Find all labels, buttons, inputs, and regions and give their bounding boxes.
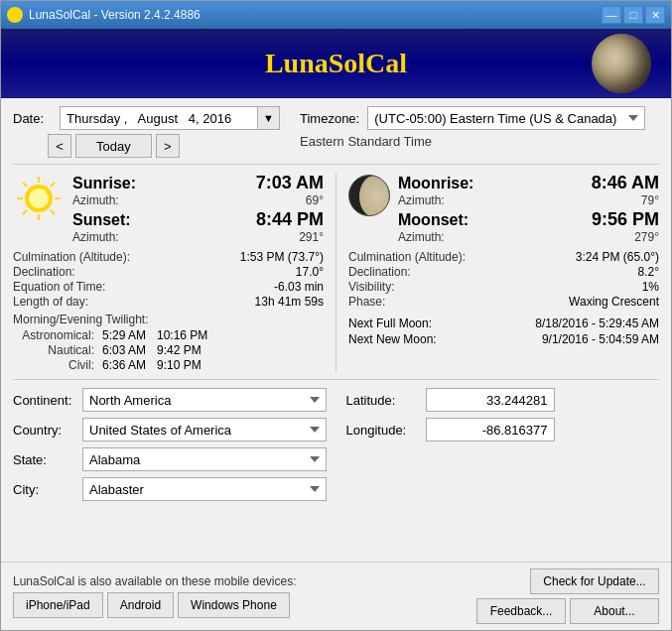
maximize-button[interactable]: □ <box>623 6 643 24</box>
next-full-row: Next Full Moon: 8/18/2016 - 5:29:45 AM <box>348 316 659 330</box>
sunset-azimuth: 291° <box>299 230 324 244</box>
next-new-label: Next New Moon: <box>348 332 437 346</box>
moon-rise-set: Moonrise: 8:46 AM Azimuth: 79° Moonset: … <box>348 173 659 244</box>
timezone-section: Timezone: (UTC-05:00) Eastern Time (US &… <box>300 106 645 149</box>
today-button[interactable]: Today <box>75 134 152 158</box>
moon-decoration <box>592 34 651 93</box>
sun-culmination-label: Culmination (Altitude): <box>13 250 130 264</box>
svg-line-9 <box>23 210 27 214</box>
moon-declination-label: Declination: <box>348 265 411 279</box>
sunrise-row: Sunrise: 7:03 AM <box>72 173 324 193</box>
sunrise-azimuth: 69° <box>306 193 324 207</box>
prev-date-button[interactable]: < <box>48 134 71 158</box>
location-section: Continent: North America Country: United… <box>13 379 659 507</box>
moonrise-time: 8:46 AM <box>592 173 659 193</box>
civil-morning: 6:36 AM <box>102 358 157 372</box>
action-buttons-row: Feedback... About... <box>476 598 659 624</box>
svg-line-6 <box>23 183 27 187</box>
twilight-section: Morning/Evening Twilight: Astronomical: … <box>13 313 324 372</box>
twilight-title: Morning/Evening Twilight: <box>13 313 324 326</box>
next-new-value: 9/1/2016 - 5:04:59 AM <box>542 332 659 346</box>
nautical-evening: 9:42 PM <box>157 343 211 357</box>
vertical-divider <box>336 173 336 373</box>
country-select[interactable]: United States of America <box>82 418 327 442</box>
sunset-row: Sunset: 8:44 PM <box>72 209 324 230</box>
sunset-label: Sunset: <box>72 211 131 229</box>
next-full-value: 8/18/2016 - 5:29:45 AM <box>535 316 659 330</box>
astronomical-evening: 10:16 PM <box>157 328 211 342</box>
latitude-row: Latitude: <box>346 388 660 412</box>
svg-line-8 <box>51 183 55 187</box>
moon-declination-value: 8.2° <box>638 265 659 279</box>
iphone-button[interactable]: iPhone/iPad <box>13 592 103 618</box>
state-label: State: <box>13 452 82 467</box>
location-left: Continent: North America Country: United… <box>13 388 327 507</box>
date-picker-button[interactable]: ▼ <box>258 106 280 130</box>
window-controls: — □ ✕ <box>602 6 665 24</box>
equation-value: -6.03 min <box>274 280 324 294</box>
next-full-label: Next Full Moon: <box>348 316 432 330</box>
app-icon <box>7 7 23 23</box>
moon-icon <box>348 175 390 216</box>
moonset-azimuth-label: Azimuth: <box>398 230 445 244</box>
sun-culmination-value: 1:53 PM (73.7°) <box>240 250 324 264</box>
android-button[interactable]: Android <box>107 592 174 618</box>
length-value: 13h 41m 59s <box>255 295 324 309</box>
city-select[interactable]: Alabaster <box>82 477 327 501</box>
nautical-morning: 6:03 AM <box>102 343 157 357</box>
main-content: Date: ▼ < Today > Timezone: (UTC <box>1 98 671 562</box>
windows-phone-button[interactable]: Windows Phone <box>178 592 290 618</box>
minimize-button[interactable]: — <box>602 6 621 24</box>
sun-declination-value: 17.0° <box>296 265 324 279</box>
visibility-value: 1% <box>642 280 659 294</box>
sunrise-azimuth-label: Azimuth: <box>72 193 119 207</box>
country-row: Country: United States of America <box>13 418 327 442</box>
top-controls: Date: ▼ < Today > Timezone: (UTC <box>13 106 659 158</box>
civil-row: Civil: 6:36 AM 9:10 PM <box>13 358 324 372</box>
mobile-text: LunaSolCal is also available on these mo… <box>13 574 297 588</box>
moon-culmination-row: Culmination (Altitude): 3:24 PM (65.0°) <box>348 250 659 264</box>
main-data-section: Sunrise: 7:03 AM Azimuth: 69° Sunset: 8:… <box>13 164 659 373</box>
moonrise-azimuth: 79° <box>641 193 659 207</box>
svg-line-7 <box>51 210 55 214</box>
sun-rise-set-info: Sunrise: 7:03 AM Azimuth: 69° Sunset: 8:… <box>72 173 324 244</box>
sunrise-azimuth-row: Azimuth: 69° <box>72 193 324 207</box>
visibility-row: Visibility: 1% <box>348 280 659 294</box>
close-button[interactable]: ✕ <box>645 6 665 24</box>
title-bar-left: LunaSolCal - Version 2.4.2.4886 <box>7 7 201 23</box>
date-input[interactable] <box>60 106 258 130</box>
moon-section: Moonrise: 8:46 AM Azimuth: 79° Moonset: … <box>348 173 659 373</box>
astronomical-morning: 5:29 AM <box>102 328 157 342</box>
feedback-button[interactable]: Feedback... <box>476 598 566 624</box>
phase-value: Waxing Crescent <box>569 295 659 309</box>
continent-label: Continent: <box>13 393 82 408</box>
length-row: Length of day: 13h 41m 59s <box>13 295 324 309</box>
svg-point-1 <box>29 189 49 208</box>
astronomical-row: Astronomical: 5:29 AM 10:16 PM <box>13 328 324 342</box>
timezone-select[interactable]: (UTC-05:00) Eastern Time (US & Canada) <box>367 106 645 130</box>
header-banner: LunaSolCal <box>1 29 671 98</box>
check-update-button[interactable]: Check for Update... <box>530 568 659 594</box>
mobile-buttons: iPhone/iPad Android Windows Phone <box>13 592 297 618</box>
continent-row: Continent: North America <box>13 388 327 412</box>
sunset-time: 8:44 PM <box>256 209 324 230</box>
continent-select[interactable]: North America <box>82 388 327 412</box>
sun-rise-set: Sunrise: 7:03 AM Azimuth: 69° Sunset: 8:… <box>13 173 324 244</box>
next-date-button[interactable]: > <box>156 134 180 158</box>
state-select[interactable]: Alabama <box>82 447 327 471</box>
longitude-input[interactable] <box>426 418 555 442</box>
about-button[interactable]: About... <box>570 598 659 624</box>
latitude-label: Latitude: <box>346 393 426 408</box>
date-section: Date: ▼ < Today > <box>13 106 280 158</box>
sun-culmination-row: Culmination (Altitude): 1:53 PM (73.7°) <box>13 250 324 264</box>
sun-declination-row: Declination: 17.0° <box>13 265 324 279</box>
moon-next-section: Next Full Moon: 8/18/2016 - 5:29:45 AM N… <box>348 316 659 346</box>
footer: LunaSolCal is also available on these mo… <box>1 562 671 630</box>
moonrise-azimuth-row: Azimuth: 79° <box>398 193 659 207</box>
moon-details: Culmination (Altitude): 3:24 PM (65.0°) … <box>348 250 659 309</box>
location-right: Latitude: Longitude: <box>346 388 660 507</box>
moonrise-azimuth-label: Azimuth: <box>398 193 445 207</box>
nautical-label: Nautical: <box>13 343 102 357</box>
latitude-input[interactable] <box>426 388 555 412</box>
equation-label: Equation of Time: <box>13 280 105 294</box>
